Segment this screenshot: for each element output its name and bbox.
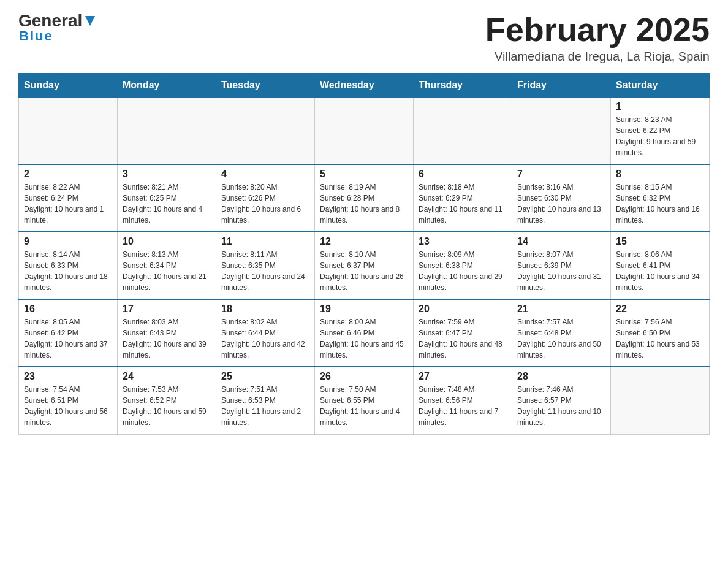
table-row: 3Sunrise: 8:21 AM Sunset: 6:25 PM Daylig…: [118, 164, 216, 232]
table-row: 6Sunrise: 8:18 AM Sunset: 6:29 PM Daylig…: [414, 164, 512, 232]
table-row: 14Sunrise: 8:07 AM Sunset: 6:39 PM Dayli…: [512, 232, 611, 299]
day-info: Sunrise: 7:54 AM Sunset: 6:51 PM Dayligh…: [24, 384, 112, 428]
table-row: 22Sunrise: 7:56 AM Sunset: 6:50 PM Dayli…: [611, 299, 710, 367]
day-number: 6: [419, 169, 507, 180]
day-info: Sunrise: 8:13 AM Sunset: 6:34 PM Dayligh…: [123, 249, 211, 293]
day-info: Sunrise: 8:03 AM Sunset: 6:43 PM Dayligh…: [123, 316, 211, 361]
day-info: Sunrise: 7:46 AM Sunset: 6:57 PM Dayligh…: [517, 384, 605, 428]
col-monday: Monday: [118, 73, 216, 97]
day-number: 5: [320, 169, 408, 180]
day-info: Sunrise: 7:57 AM Sunset: 6:48 PM Dayligh…: [517, 316, 605, 361]
table-row: 4Sunrise: 8:20 AM Sunset: 6:26 PM Daylig…: [216, 164, 315, 232]
day-info: Sunrise: 8:11 AM Sunset: 6:35 PM Dayligh…: [221, 249, 309, 293]
day-number: 9: [24, 236, 112, 247]
day-info: Sunrise: 8:07 AM Sunset: 6:39 PM Dayligh…: [517, 249, 605, 293]
col-sunday: Sunday: [19, 73, 118, 97]
table-row: 7Sunrise: 8:16 AM Sunset: 6:30 PM Daylig…: [512, 164, 611, 232]
day-number: 19: [320, 304, 408, 315]
day-info: Sunrise: 8:14 AM Sunset: 6:33 PM Dayligh…: [24, 249, 112, 293]
day-info: Sunrise: 8:21 AM Sunset: 6:25 PM Dayligh…: [123, 182, 211, 226]
day-number: 4: [221, 169, 309, 180]
table-row: 5Sunrise: 8:19 AM Sunset: 6:28 PM Daylig…: [315, 164, 414, 232]
table-row: [414, 97, 512, 164]
generalblue-logo: General Blue: [18, 12, 96, 43]
day-info: Sunrise: 7:48 AM Sunset: 6:56 PM Dayligh…: [419, 384, 507, 428]
table-row: [118, 97, 216, 164]
table-row: 18Sunrise: 8:02 AM Sunset: 6:44 PM Dayli…: [216, 299, 315, 367]
day-number: 22: [616, 304, 704, 315]
calendar-header-row: Sunday Monday Tuesday Wednesday Thursday…: [19, 73, 710, 97]
day-info: Sunrise: 8:19 AM Sunset: 6:28 PM Dayligh…: [320, 182, 408, 226]
day-number: 21: [517, 304, 605, 315]
calendar-week-row: 2Sunrise: 8:22 AM Sunset: 6:24 PM Daylig…: [19, 164, 710, 232]
table-row: 20Sunrise: 7:59 AM Sunset: 6:47 PM Dayli…: [414, 299, 512, 367]
table-row: 9Sunrise: 8:14 AM Sunset: 6:33 PM Daylig…: [19, 232, 118, 299]
day-info: Sunrise: 8:00 AM Sunset: 6:46 PM Dayligh…: [320, 316, 408, 361]
day-number: 24: [123, 371, 211, 382]
day-number: 1: [616, 101, 704, 112]
day-info: Sunrise: 8:18 AM Sunset: 6:29 PM Dayligh…: [419, 182, 507, 226]
col-friday: Friday: [512, 73, 611, 97]
day-number: 8: [616, 169, 704, 180]
day-number: 7: [517, 169, 605, 180]
day-number: 17: [123, 304, 211, 315]
day-info: Sunrise: 8:16 AM Sunset: 6:30 PM Dayligh…: [517, 182, 605, 226]
logo-text-blue: Blue: [19, 29, 96, 43]
day-number: 20: [419, 304, 507, 315]
calendar-title-area: February 2025 Villamediana de Iregua, La…: [485, 12, 710, 64]
logo-chevron-icon: [84, 15, 96, 27]
table-row: 8Sunrise: 8:15 AM Sunset: 6:32 PM Daylig…: [611, 164, 710, 232]
col-saturday: Saturday: [611, 73, 710, 97]
col-tuesday: Tuesday: [216, 73, 315, 97]
logo-general-line: General: [18, 12, 96, 29]
day-info: Sunrise: 7:59 AM Sunset: 6:47 PM Dayligh…: [419, 316, 507, 361]
day-info: Sunrise: 8:22 AM Sunset: 6:24 PM Dayligh…: [24, 182, 112, 226]
table-row: [19, 97, 118, 164]
table-row: 1Sunrise: 8:23 AM Sunset: 6:22 PM Daylig…: [611, 97, 710, 164]
table-row: 26Sunrise: 7:50 AM Sunset: 6:55 PM Dayli…: [315, 367, 414, 434]
day-number: 12: [320, 236, 408, 247]
day-number: 28: [517, 371, 605, 382]
col-wednesday: Wednesday: [315, 73, 414, 97]
day-info: Sunrise: 8:02 AM Sunset: 6:44 PM Dayligh…: [221, 316, 309, 361]
day-number: 13: [419, 236, 507, 247]
table-row: [315, 97, 414, 164]
calendar-week-row: 9Sunrise: 8:14 AM Sunset: 6:33 PM Daylig…: [19, 232, 710, 299]
calendar-table: Sunday Monday Tuesday Wednesday Thursday…: [18, 73, 710, 435]
day-info: Sunrise: 7:50 AM Sunset: 6:55 PM Dayligh…: [320, 384, 408, 428]
table-row: 12Sunrise: 8:10 AM Sunset: 6:37 PM Dayli…: [315, 232, 414, 299]
day-number: 10: [123, 236, 211, 247]
page-top-header: General Blue February 2025 Villamediana …: [18, 12, 710, 64]
day-number: 11: [221, 236, 309, 247]
day-number: 18: [221, 304, 309, 315]
day-number: 26: [320, 371, 408, 382]
table-row: [216, 97, 315, 164]
calendar-month-year: February 2025: [485, 12, 710, 47]
table-row: 19Sunrise: 8:00 AM Sunset: 6:46 PM Dayli…: [315, 299, 414, 367]
day-number: 14: [517, 236, 605, 247]
day-info: Sunrise: 8:06 AM Sunset: 6:41 PM Dayligh…: [616, 249, 704, 293]
table-row: 2Sunrise: 8:22 AM Sunset: 6:24 PM Daylig…: [19, 164, 118, 232]
table-row: 27Sunrise: 7:48 AM Sunset: 6:56 PM Dayli…: [414, 367, 512, 434]
table-row: 25Sunrise: 7:51 AM Sunset: 6:53 PM Dayli…: [216, 367, 315, 434]
day-info: Sunrise: 8:20 AM Sunset: 6:26 PM Dayligh…: [221, 182, 309, 226]
calendar-week-row: 23Sunrise: 7:54 AM Sunset: 6:51 PM Dayli…: [19, 367, 710, 434]
table-row: 21Sunrise: 7:57 AM Sunset: 6:48 PM Dayli…: [512, 299, 611, 367]
calendar-week-row: 1Sunrise: 8:23 AM Sunset: 6:22 PM Daylig…: [19, 97, 710, 164]
table-row: [512, 97, 611, 164]
table-row: 15Sunrise: 8:06 AM Sunset: 6:41 PM Dayli…: [611, 232, 710, 299]
day-number: 27: [419, 371, 507, 382]
day-number: 2: [24, 169, 112, 180]
day-info: Sunrise: 7:51 AM Sunset: 6:53 PM Dayligh…: [221, 384, 309, 428]
table-row: [611, 367, 710, 434]
table-row: 23Sunrise: 7:54 AM Sunset: 6:51 PM Dayli…: [19, 367, 118, 434]
calendar-week-row: 16Sunrise: 8:05 AM Sunset: 6:42 PM Dayli…: [19, 299, 710, 367]
table-row: 11Sunrise: 8:11 AM Sunset: 6:35 PM Dayli…: [216, 232, 315, 299]
day-number: 3: [123, 169, 211, 180]
day-info: Sunrise: 8:10 AM Sunset: 6:37 PM Dayligh…: [320, 249, 408, 293]
day-info: Sunrise: 7:53 AM Sunset: 6:52 PM Dayligh…: [123, 384, 211, 428]
day-info: Sunrise: 8:09 AM Sunset: 6:38 PM Dayligh…: [419, 249, 507, 293]
table-row: 10Sunrise: 8:13 AM Sunset: 6:34 PM Dayli…: [118, 232, 216, 299]
day-info: Sunrise: 8:15 AM Sunset: 6:32 PM Dayligh…: [616, 182, 704, 226]
table-row: 16Sunrise: 8:05 AM Sunset: 6:42 PM Dayli…: [19, 299, 118, 367]
